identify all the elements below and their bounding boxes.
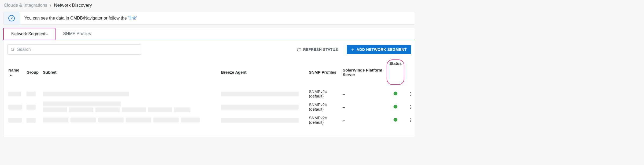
col-name[interactable]: Name ▲	[3, 57, 24, 88]
redacted-subnet	[43, 102, 121, 106]
redacted-name	[8, 118, 22, 123]
redacted-group	[27, 92, 36, 96]
col-subnet-label: Subnet	[43, 70, 57, 74]
cell-server: –	[340, 100, 384, 114]
refresh-label: REFRESH STATUS	[303, 47, 338, 52]
table-row[interactable]: SNMPv2c (default) – ⋮	[3, 88, 415, 100]
col-subnet[interactable]: Subnet	[41, 57, 219, 88]
redacted-group	[27, 105, 36, 110]
breadcrumb-parent[interactable]: Clouds & Integrations	[4, 3, 47, 8]
redacted-subnet	[43, 118, 68, 122]
status-dot-green	[394, 92, 397, 95]
info-link[interactable]: "link"	[128, 16, 137, 20]
redacted-name	[8, 105, 22, 110]
redacted-subnet	[71, 118, 96, 122]
tab-network-segments[interactable]: Network Segments	[3, 28, 55, 40]
col-name-label: Name	[8, 68, 19, 72]
info-banner: You can see the data in CMDB/Navigator o…	[3, 12, 415, 25]
cell-snmp: SNMPv2c (default)	[307, 114, 340, 126]
redacted-subnet	[174, 107, 190, 112]
plus-icon	[351, 48, 354, 51]
col-group[interactable]: Group	[24, 57, 41, 88]
redacted-agent	[221, 105, 299, 110]
status-dot-green	[394, 118, 397, 122]
redacted-group	[27, 118, 36, 123]
redacted-subnet	[153, 118, 179, 122]
row-menu-button[interactable]: ⋮	[406, 114, 415, 126]
tabs: Network Segments SNMP Profiles	[3, 28, 415, 40]
info-text-pre: You can see the data in CMDB/Navigator o…	[24, 16, 128, 20]
redacted-subnet	[43, 107, 67, 112]
tab-snmp-profiles[interactable]: SNMP Profiles	[55, 28, 99, 40]
redacted-agent	[221, 92, 299, 96]
status-dot-green	[394, 105, 397, 108]
tab-label: SNMP Profiles	[63, 31, 91, 36]
col-agent-label: Breeze Agent	[221, 70, 246, 74]
col-snmp[interactable]: SNMP Profiles	[307, 57, 340, 88]
redacted-subnet	[148, 107, 172, 112]
table-row[interactable]: SNMPv2c (default) – ⋮	[3, 100, 415, 114]
cell-snmp: SNMPv2c (default)	[307, 100, 340, 114]
search-input[interactable]	[7, 44, 141, 55]
breadcrumb: Clouds & Integrations / Network Discover…	[3, 3, 415, 12]
row-menu-button[interactable]: ⋮	[406, 100, 415, 114]
col-snmp-label: SNMP Profiles	[309, 70, 336, 74]
redacted-subnet	[181, 118, 200, 122]
table-row[interactable]: SNMPv2c (default) – ⋮	[3, 114, 415, 126]
segments-table: Name ▲ Group Subnet Breeze Agent SNMP Pr…	[3, 57, 415, 126]
redacted-subnet	[69, 107, 93, 112]
cell-snmp: SNMPv2c (default)	[307, 88, 340, 100]
redacted-subnet	[98, 118, 124, 122]
redacted-subnet	[95, 107, 120, 112]
redacted-agent	[221, 118, 299, 123]
redacted-subnet	[126, 118, 151, 122]
redacted-subnet	[43, 92, 129, 96]
sort-asc-icon: ▲	[9, 73, 12, 77]
tab-label: Network Segments	[11, 32, 47, 36]
toolbar: REFRESH STATUS ADD NETWORK SEGMENT	[3, 40, 415, 57]
col-server-label: SolarWinds Platform Server	[343, 68, 382, 77]
add-label: ADD NETWORK SEGMENT	[357, 47, 407, 52]
col-agent[interactable]: Breeze Agent	[219, 57, 307, 88]
col-server[interactable]: SolarWinds Platform Server	[340, 57, 384, 88]
svg-marker-1	[10, 17, 13, 20]
col-group-label: Group	[27, 70, 39, 74]
search-wrap	[7, 44, 141, 55]
main-panel: Network Segments SNMP Profiles REFRESH S…	[3, 28, 415, 137]
cell-server: –	[340, 114, 384, 126]
refresh-icon	[297, 48, 301, 52]
add-network-segment-button[interactable]: ADD NETWORK SEGMENT	[347, 45, 411, 54]
compass-icon	[3, 12, 20, 24]
info-banner-text: You can see the data in CMDB/Navigator o…	[20, 12, 142, 24]
refresh-status-button[interactable]: REFRESH STATUS	[293, 45, 342, 54]
col-status[interactable]: Status	[384, 57, 406, 88]
breadcrumb-current: Network Discovery	[54, 3, 92, 8]
breadcrumb-separator: /	[50, 3, 51, 8]
col-status-label: Status	[389, 61, 402, 66]
redacted-name	[8, 92, 21, 96]
row-menu-button[interactable]: ⋮	[406, 88, 415, 100]
redacted-subnet	[122, 107, 146, 112]
cell-server: –	[340, 88, 384, 100]
